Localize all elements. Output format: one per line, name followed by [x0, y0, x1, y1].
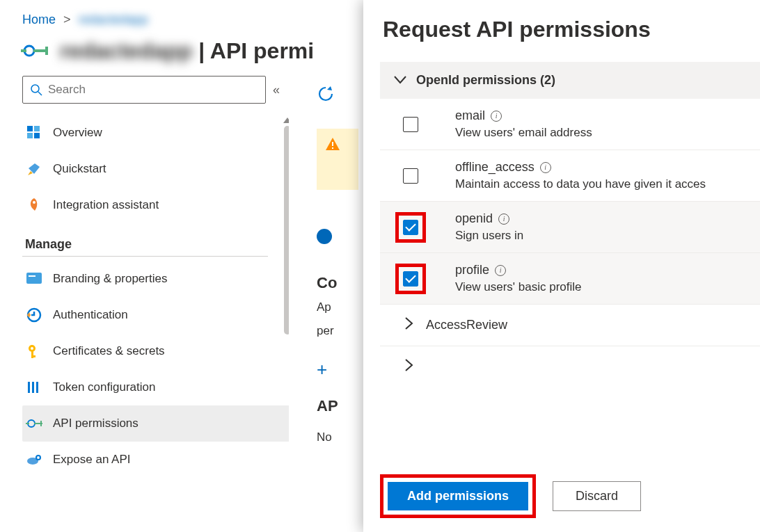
svg-rect-8 — [27, 133, 33, 138]
group-label: OpenId permissions (2) — [416, 73, 555, 88]
highlight-profile — [395, 264, 426, 294]
nav-label: Certificates & secrets — [53, 344, 165, 358]
svg-rect-28 — [38, 457, 40, 458]
nav-token[interactable]: Token configuration — [22, 369, 289, 405]
checkbox-offline-access[interactable] — [403, 168, 418, 184]
add-permissions-button[interactable]: Add permissions — [388, 482, 528, 510]
checkbox-email[interactable] — [403, 117, 418, 132]
scrollbar-up-arrow[interactable] — [283, 118, 289, 123]
svg-rect-9 — [34, 133, 40, 138]
search-input[interactable] — [48, 83, 258, 97]
refresh-icon[interactable] — [317, 85, 335, 105]
info-icon[interactable]: i — [491, 111, 502, 122]
nav-label: Token configuration — [53, 380, 155, 394]
nav-label: Integration assistant — [53, 198, 159, 212]
permission-row-openid[interactable]: openidi Sign users in — [380, 202, 760, 253]
permission-name: offline_access — [455, 160, 535, 175]
svg-rect-24 — [40, 421, 42, 426]
expose-api-icon — [25, 451, 43, 469]
checkbox-openid[interactable] — [403, 220, 418, 235]
chevron-right-icon — [405, 359, 413, 375]
svg-point-4 — [31, 85, 39, 92]
collapse-sidebar-icon[interactable]: « — [273, 83, 280, 97]
svg-point-10 — [33, 201, 35, 204]
nav-label: Overview — [53, 126, 102, 140]
permission-row-email[interactable]: emaili View users' email address — [380, 99, 760, 150]
permission-name: openid — [455, 211, 493, 226]
nav-api-permissions[interactable]: API permissions — [22, 405, 289, 442]
breadcrumb-separator: > — [59, 13, 75, 26]
permission-name: email — [455, 108, 485, 123]
permission-desc: Maintain access to data you have given i… — [455, 177, 706, 191]
permission-desc: View users' email address — [455, 126, 592, 140]
svg-rect-20 — [36, 382, 38, 393]
permission-row-profile[interactable]: profilei View users' basic profile — [380, 253, 760, 305]
page-title: redactedapp | API permi — [60, 38, 314, 64]
nav-quickstart[interactable]: Quickstart — [22, 151, 289, 187]
svg-line-5 — [38, 92, 42, 95]
nav-overview[interactable]: Overview — [22, 115, 289, 151]
nav-label: Quickstart — [53, 162, 106, 176]
api-permissions-icon — [25, 414, 43, 433]
scrollbar-thumb[interactable] — [284, 126, 289, 334]
accessreview-group[interactable]: AccessReview — [380, 305, 760, 346]
chevron-down-icon — [394, 73, 406, 88]
key-icon — [25, 342, 43, 360]
svg-rect-6 — [27, 126, 33, 131]
highlight-add-permissions: Add permissions — [380, 474, 536, 518]
permission-desc: Sign users in — [455, 229, 523, 243]
svg-point-15 — [31, 347, 33, 350]
svg-rect-1 — [21, 49, 26, 52]
svg-rect-31 — [332, 147, 333, 149]
svg-rect-22 — [26, 423, 29, 424]
info-icon[interactable]: i — [498, 213, 509, 225]
svg-rect-18 — [28, 382, 30, 393]
info-icon[interactable]: i — [495, 265, 506, 276]
branding-icon — [25, 270, 43, 288]
checkbox-profile[interactable] — [403, 271, 418, 287]
permission-name: profile — [455, 263, 489, 277]
quickstart-icon — [25, 160, 43, 178]
svg-rect-7 — [34, 126, 40, 131]
overview-icon — [25, 124, 43, 142]
breadcrumb-home[interactable]: Home — [22, 13, 56, 26]
group-label: AccessReview — [426, 318, 507, 332]
warning-banner — [317, 129, 358, 190]
chevron-right-icon — [405, 317, 413, 333]
svg-rect-30 — [332, 142, 333, 146]
discard-button[interactable]: Discard — [553, 481, 641, 511]
nav-certificates[interactable]: Certificates & secrets — [22, 333, 289, 369]
permission-desc: View users' basic profile — [455, 280, 582, 294]
nav-integration[interactable]: Integration assistant — [22, 187, 289, 223]
request-permissions-panel: Request API permissions OpenId permissio… — [363, 0, 760, 532]
rocket-icon — [25, 196, 43, 214]
svg-rect-12 — [29, 275, 35, 277]
next-group[interactable] — [380, 346, 760, 387]
authentication-icon — [25, 306, 43, 324]
nav-label: API permissions — [53, 417, 138, 430]
search-input-wrap[interactable] — [22, 76, 266, 104]
nav-expose-api[interactable]: Expose an API — [22, 442, 289, 478]
search-icon — [30, 83, 42, 96]
scrollbar[interactable] — [283, 118, 289, 347]
panel-title: Request API permissions — [380, 17, 760, 42]
nav-label: Branding & properties — [53, 272, 167, 286]
nav-label: Authentication — [53, 308, 128, 322]
nav-branding[interactable]: Branding & properties — [22, 261, 289, 297]
token-icon — [25, 378, 43, 396]
svg-rect-17 — [31, 355, 35, 357]
info-icon[interactable]: i — [540, 162, 551, 173]
highlight-openid — [395, 212, 426, 243]
panel-footer: Add permissions Discard — [380, 474, 641, 518]
sidebar: « Overview Quickstart Integration assist… — [0, 76, 289, 521]
svg-rect-11 — [26, 273, 42, 284]
openid-group-header[interactable]: OpenId permissions (2) — [380, 62, 760, 99]
nav-authentication[interactable]: Authentication — [22, 297, 289, 333]
svg-rect-29 — [38, 458, 40, 459]
permission-row-offline-access[interactable]: offline_accessi Maintain access to data … — [380, 150, 760, 202]
breadcrumb-app[interactable]: redactedapp — [79, 13, 148, 26]
info-bullet-icon — [317, 229, 332, 244]
nav-section-manage: Manage — [22, 223, 268, 257]
app-registration-icon — [18, 34, 52, 67]
nav-list: Overview Quickstart Integration assistan… — [22, 115, 289, 223]
